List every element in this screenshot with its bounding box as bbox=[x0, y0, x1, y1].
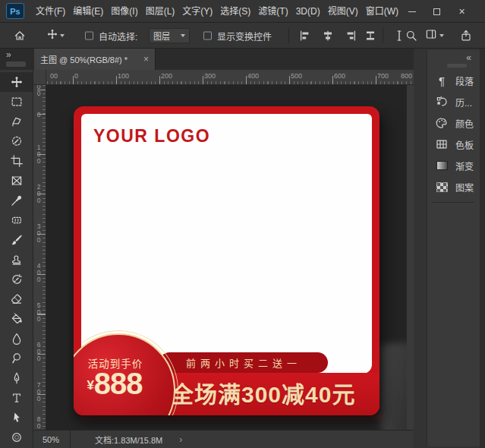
panel-button-paragraph[interactable]: ¶段落 bbox=[427, 70, 480, 91]
menu-item-5[interactable]: 选择(S) bbox=[217, 0, 254, 23]
menu-items: 文件(F)编辑(E)图像(I)图层(L)文字(Y)选择(S)滤镜(T)3D(D)… bbox=[32, 0, 402, 23]
chevron-down-icon bbox=[181, 34, 185, 37]
panel-button-history[interactable]: 历... bbox=[427, 91, 480, 112]
menu-item-4[interactable]: 文字(Y) bbox=[179, 0, 216, 23]
ruler-corner bbox=[33, 70, 46, 85]
show-transform-label: 显示变换控件 bbox=[217, 29, 272, 42]
status-separator bbox=[70, 431, 71, 448]
panel-items: ¶段落历...颜色色板渐变图案 bbox=[427, 70, 480, 197]
brush-tool-icon[interactable] bbox=[0, 230, 33, 250]
type-tool-icon[interactable] bbox=[0, 388, 33, 408]
maximize-icon bbox=[433, 8, 440, 15]
menu-item-8[interactable]: 视图(V) bbox=[325, 0, 361, 23]
eraser-tool-icon[interactable] bbox=[0, 289, 33, 309]
logo-text: YOUR LOGO bbox=[93, 126, 210, 147]
h-ruler-label-0: 0 bbox=[74, 72, 78, 80]
status-expand-icon[interactable]: › bbox=[179, 434, 182, 445]
paint-bucket-tool-icon[interactable] bbox=[0, 309, 33, 329]
share-icon[interactable] bbox=[460, 30, 472, 42]
v-ruler-label-600: 600 bbox=[35, 341, 43, 361]
show-transform-checkbox[interactable] bbox=[203, 31, 212, 39]
h-ruler-label-400: 400 bbox=[247, 72, 259, 80]
eyedropper-tool-icon[interactable] bbox=[0, 191, 33, 210]
frame-tool-icon[interactable] bbox=[0, 171, 33, 191]
collapse-panels-icon[interactable]: « bbox=[466, 52, 471, 63]
h-ruler-label-600: 600 bbox=[334, 72, 345, 80]
artboard-image[interactable]: YOUR LOGO 前两小时买二送一 全场满300减40元 活动到手价 ¥888 bbox=[74, 106, 379, 415]
panel-button-label: 图案 bbox=[455, 181, 474, 194]
align-left-icon[interactable] bbox=[299, 30, 311, 42]
ellipse-shape-tool-icon[interactable] bbox=[0, 427, 33, 447]
panel-button-pattern[interactable]: 图案 bbox=[427, 176, 480, 197]
panel-button-label: 段落 bbox=[455, 74, 474, 87]
document-size-info: 文档:1.83M/15.8M bbox=[95, 434, 162, 446]
paragraph-icon: ¶ bbox=[434, 74, 449, 87]
workspace-icon[interactable] bbox=[425, 28, 444, 43]
rectangular-marquee-tool-icon[interactable] bbox=[0, 92, 33, 112]
panel-separator bbox=[432, 202, 474, 203]
price-value: 888 bbox=[94, 367, 143, 400]
lasso-tool-icon[interactable] bbox=[0, 112, 33, 131]
home-icon[interactable] bbox=[14, 30, 26, 42]
document-tab[interactable]: 主图 @ 50%(RGB/8#) * × bbox=[34, 49, 156, 70]
menu-item-7[interactable]: 3D(D) bbox=[293, 0, 323, 23]
v-ruler-label-700: 700 bbox=[35, 381, 43, 402]
menu-item-1[interactable]: 编辑(E) bbox=[70, 0, 106, 23]
promo-banner-text: 全场满300减40元 bbox=[171, 376, 355, 409]
tab-close-icon[interactable]: × bbox=[143, 54, 149, 65]
measure-bar-icon[interactable] bbox=[393, 30, 405, 42]
toolbar-drag-handle[interactable] bbox=[6, 62, 26, 67]
minimize-button[interactable] bbox=[399, 0, 424, 23]
move-tool-icon[interactable] bbox=[0, 72, 33, 92]
menu-item-9[interactable]: 窗口(W) bbox=[363, 0, 402, 23]
menu-item-3[interactable]: 图层(L) bbox=[143, 0, 178, 23]
h-ruler-label-500: 500 bbox=[291, 72, 302, 80]
panel-button-label: 渐变 bbox=[455, 159, 474, 172]
swatches-icon bbox=[434, 137, 449, 151]
v-ruler-label-400: 400 bbox=[35, 262, 43, 282]
v-ruler-label-0: 0 bbox=[35, 111, 43, 118]
close-button[interactable]: × bbox=[449, 0, 474, 23]
path-selection-tool-icon[interactable] bbox=[0, 408, 33, 427]
canvas-scrollbar[interactable] bbox=[407, 85, 414, 430]
menu-item-2[interactable]: 图像(I) bbox=[108, 0, 140, 23]
status-bar: 50% 文档:1.83M/15.8M › bbox=[33, 430, 414, 448]
panel-button-gradient[interactable]: 渐变 bbox=[427, 155, 480, 176]
options-bar: 自动选择: 图层 显示变换控件 bbox=[0, 23, 485, 49]
history-icon bbox=[434, 95, 449, 109]
object-selection-tool-icon[interactable] bbox=[0, 131, 33, 151]
photoshop-window: Ps 文件(F)编辑(E)图像(I)图层(L)文字(Y)选择(S)滤镜(T)3D… bbox=[0, 0, 485, 448]
maximize-button[interactable] bbox=[424, 0, 449, 23]
clone-stamp-tool-icon[interactable] bbox=[0, 250, 33, 270]
distribute-icon[interactable] bbox=[364, 30, 376, 42]
zoom-level-field[interactable]: 50% bbox=[43, 435, 59, 444]
dodge-tool-icon[interactable] bbox=[0, 349, 33, 368]
canvas-area[interactable]: YOUR LOGO 前两小时买二送一 全场满300减40元 活动到手价 ¥888 bbox=[46, 85, 414, 430]
auto-select-checkbox[interactable] bbox=[85, 31, 93, 39]
panel-button-color[interactable]: 颜色 bbox=[427, 112, 480, 134]
align-right-icon[interactable] bbox=[345, 30, 357, 42]
align-center-icon[interactable] bbox=[322, 30, 334, 42]
menu-item-6[interactable]: 滤镜(T) bbox=[255, 0, 291, 23]
pattern-icon bbox=[434, 180, 449, 194]
color-icon bbox=[434, 116, 449, 130]
crop-tool-icon[interactable] bbox=[0, 151, 33, 171]
pen-tool-icon[interactable] bbox=[0, 368, 33, 388]
history-brush-tool-icon[interactable] bbox=[0, 270, 33, 289]
auto-select-target-dropdown[interactable]: 图层 bbox=[149, 28, 190, 43]
v-ruler-label-200: 200 bbox=[35, 183, 43, 203]
move-tool-preset-icon[interactable] bbox=[47, 29, 65, 43]
healing-patch-tool-icon[interactable] bbox=[0, 210, 33, 230]
expand-panels-icon[interactable]: » bbox=[6, 49, 11, 60]
h-ruler-label-700: 700 bbox=[377, 72, 389, 80]
blur-tool-icon[interactable] bbox=[0, 329, 33, 349]
options-separator bbox=[383, 28, 383, 43]
h-ruler-label-300: 300 bbox=[204, 72, 216, 80]
v-ruler-label-800: 800 bbox=[35, 415, 43, 431]
search-icon[interactable] bbox=[405, 30, 417, 42]
menu-item-0[interactable]: 文件(F) bbox=[33, 0, 68, 23]
gradient-icon bbox=[434, 159, 449, 172]
horizontal-ruler: 000100200300400500600700800 bbox=[33, 70, 414, 85]
panel-button-swatches[interactable]: 色板 bbox=[427, 134, 480, 155]
document-tab-title: 主图 @ 50%(RGB/8#) * bbox=[40, 53, 139, 65]
